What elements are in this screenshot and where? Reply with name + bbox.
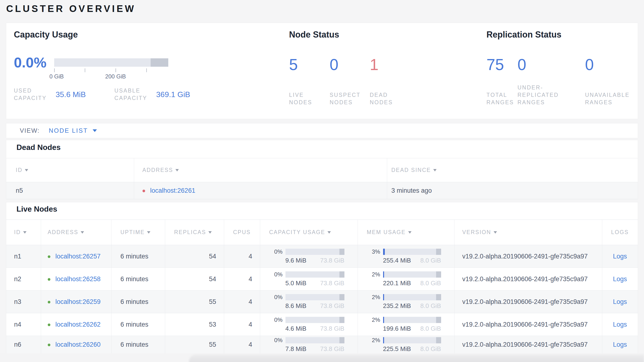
sort-arrow-icon <box>147 231 150 234</box>
capacity-bar-dark-segment <box>150 58 168 67</box>
live-status-dot-icon <box>48 255 50 258</box>
sort-arrow-icon <box>494 231 497 234</box>
live-status-dot-icon <box>48 323 50 326</box>
under-replicated-ranges-stat: 0 UNDER- REPLICATED RANGES <box>518 56 585 106</box>
mem-mini-bar <box>383 271 441 278</box>
mem-percent-label: 2% <box>369 294 380 301</box>
mem-total-value: 8.0 GiB <box>420 345 441 353</box>
live-node-logs-cell: Logs <box>602 313 638 336</box>
live-node-uptime: 6 minutes <box>111 245 165 268</box>
suspect-nodes-label: SUSPECT NODES <box>330 91 370 106</box>
live-col-id[interactable]: ID <box>6 220 41 245</box>
dead-col-id[interactable]: ID <box>6 158 134 182</box>
logs-link[interactable]: Logs <box>613 275 627 283</box>
unavailable-ranges-stat: 0 UNAVAILABLE RANGES <box>585 56 642 106</box>
live-node-logs-cell: Logs <box>602 290 638 313</box>
live-node-id: n2 <box>6 268 41 290</box>
dead-nodes-header-row: ID ADDRESS DEAD SINCE <box>6 158 638 182</box>
capacity-used-value: 4.6 MiB <box>286 325 306 332</box>
live-col-version[interactable]: VERSION <box>454 220 602 245</box>
capacity-bar-dark-segment <box>340 271 344 278</box>
mem-total-value: 8.0 GiB <box>420 302 441 310</box>
used-capacity-value: 35.6 MiB <box>56 90 86 99</box>
live-node-uptime: 6 minutes <box>111 336 165 354</box>
chevron-down-icon[interactable] <box>92 129 97 132</box>
page-title: CLUSTER OVERVIEW <box>6 3 136 14</box>
sort-arrow-icon <box>208 231 212 234</box>
capacity-stats: USED CAPACITY 35.6 MiB USABLE CAPACITY 3… <box>14 87 190 102</box>
live-col-mem-usage[interactable]: MEM USAGE <box>358 220 454 245</box>
logs-link[interactable]: Logs <box>613 341 627 348</box>
live-col-replicas[interactable]: REPLICAS <box>165 220 224 245</box>
live-col-uptime[interactable]: UPTIME <box>111 220 165 245</box>
dead-nodes-section: Dead Nodes ID ADDRESS DEAD SINCE n5 loca… <box>6 140 638 199</box>
live-node-mem-usage: 2% 235.2 MiB 8.0 GiB <box>358 290 454 313</box>
live-node-replicas: 55 <box>165 290 224 313</box>
suspect-nodes-count: 0 <box>330 56 370 73</box>
logs-link[interactable]: Logs <box>613 321 627 328</box>
live-status-dot-icon <box>48 301 50 303</box>
used-capacity-label: USED CAPACITY <box>14 87 50 102</box>
dead-col-dead-since[interactable]: DEAD SINCE <box>387 158 638 182</box>
capacity-bar-dark-segment <box>340 337 344 343</box>
node-status-stats: 5 LIVE NODES 0 SUSPECT NODES 1 DEAD NODE… <box>289 56 406 106</box>
unavailable-ranges-count: 0 <box>585 56 642 73</box>
live-node-cpus: 4 <box>224 268 260 290</box>
live-col-address[interactable]: ADDRESS <box>41 220 111 245</box>
live-node-cpus: 4 <box>224 336 260 354</box>
live-node-mem-usage: 3% 255.4 MiB 8.0 GiB <box>358 245 454 268</box>
capacity-used-value: 9.6 MiB <box>286 257 306 264</box>
live-node-address-link[interactable]: localhost:26259 <box>56 298 100 305</box>
live-col-capacity-usage[interactable]: CAPACITY USAGE <box>260 220 358 245</box>
mem-bar-dark-segment <box>436 337 441 343</box>
mem-used-value: 225.5 MiB <box>383 345 411 353</box>
mem-bar-dark-segment <box>436 294 441 300</box>
mem-percent-label: 2% <box>369 271 380 278</box>
live-node-logs-cell: Logs <box>602 245 638 268</box>
capacity-mini-bar <box>286 271 344 278</box>
mem-bar-dark-segment <box>436 249 441 255</box>
capacity-percent-label: 0% <box>271 271 282 278</box>
live-node-address-link[interactable]: localhost:26262 <box>56 321 100 328</box>
mem-percent-label: 2% <box>369 337 380 343</box>
live-node-address-cell: localhost:26258 <box>41 268 111 290</box>
mem-bar-dark-segment <box>436 271 441 278</box>
live-status-dot-icon <box>48 278 50 281</box>
live-node-version: v19.2.0-alpha.20190606-2491-gfe735c9a97 <box>454 336 602 354</box>
bottom-shade <box>0 353 644 362</box>
live-node-id: n3 <box>6 290 41 313</box>
live-nodes-section: Live Nodes ID ADDRESS UPTIME REPLICAS CP… <box>6 202 638 353</box>
logs-link[interactable]: Logs <box>613 298 627 305</box>
live-node-capacity-usage: 0% 7.8 MiB 73.8 GiB <box>260 336 358 354</box>
capacity-mini-bar <box>286 249 344 255</box>
live-node-replicas: 55 <box>165 336 224 354</box>
live-node-capacity-usage: 0% 8.6 MiB 73.8 GiB <box>260 290 358 313</box>
dead-node-address-link[interactable]: localhost:26261 <box>150 187 195 194</box>
suspect-nodes-stat: 0 SUSPECT NODES <box>330 56 370 106</box>
live-node-row: n6 localhost:26260 6 minutes 55 4 0% 7.8… <box>6 336 638 354</box>
live-col-logs: LOGS <box>602 220 638 245</box>
replication-status-title: Replication Status <box>486 30 562 40</box>
dead-node-address-cell: localhost:26261 <box>134 182 387 199</box>
sort-arrow-icon <box>23 231 26 234</box>
live-node-address-link[interactable]: localhost:26257 <box>56 253 100 260</box>
capacity-percent-label: 0% <box>271 248 282 255</box>
live-node-id: n1 <box>6 245 41 268</box>
live-node-version: v19.2.0-alpha.20190606-2491-gfe735c9a97 <box>454 268 602 290</box>
live-node-address-cell: localhost:26262 <box>41 313 111 336</box>
mem-used-value: 199.6 MiB <box>383 325 411 332</box>
live-nodes-label: LIVE NODES <box>289 91 330 106</box>
logs-link[interactable]: Logs <box>613 253 627 260</box>
dead-node-dead-since: 3 minutes ago <box>387 182 638 199</box>
dead-nodes-heading: Dead Nodes <box>16 143 61 152</box>
live-node-uptime: 6 minutes <box>111 313 165 336</box>
mem-mini-bar <box>383 249 441 255</box>
axis-label-0gib: 0 GiB <box>45 73 68 80</box>
capacity-used-value: 5.0 MiB <box>286 279 306 287</box>
dead-col-address[interactable]: ADDRESS <box>134 158 387 182</box>
capacity-bar-dark-segment <box>340 317 344 323</box>
sort-arrow-icon <box>433 169 436 171</box>
view-dropdown[interactable]: NODE LIST <box>49 127 88 134</box>
live-node-address-link[interactable]: localhost:26258 <box>56 275 100 283</box>
live-node-address-link[interactable]: localhost:26260 <box>56 341 100 348</box>
